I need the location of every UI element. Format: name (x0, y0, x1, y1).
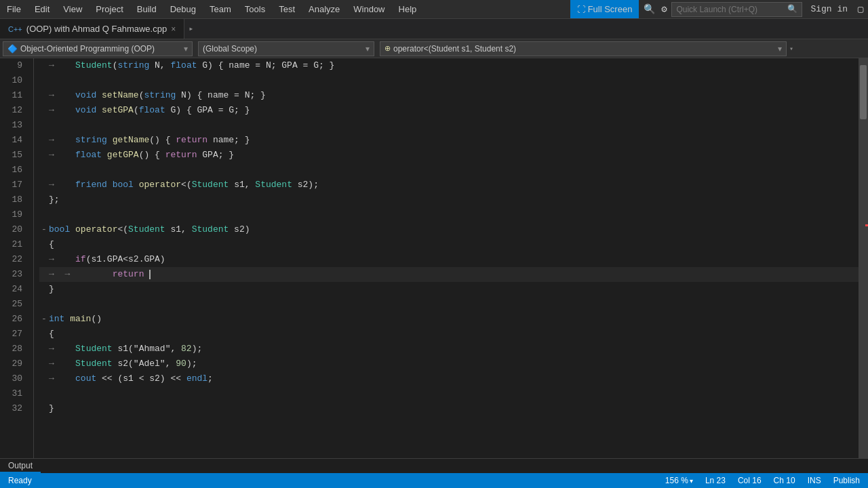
menu-analyze[interactable]: Analyze (302, 1, 347, 17)
line-number: 30 (0, 371, 28, 386)
indent-arrow: → (49, 58, 54, 73)
tab-scroll-button[interactable]: ▸ (184, 24, 197, 34)
col-status[interactable]: Col 16 (732, 473, 767, 488)
code-text: Student(string N, float G) { name = N; G… (54, 58, 335, 73)
code-text: Student s1("Ahmad", 82); (54, 342, 202, 357)
code-line[interactable]: → if(s1.GPA<s2.GPA) (39, 252, 859, 267)
bottom-panel: Output (0, 458, 868, 473)
code-line[interactable]: → void setName(string N) { name = N; } (39, 88, 859, 103)
menu-debug[interactable]: Debug (163, 1, 203, 17)
zoom-level[interactable]: 156 % ▾ (660, 473, 698, 488)
code-line[interactable]: } (39, 401, 859, 416)
code-line[interactable]: → → return (39, 267, 859, 282)
scrollbar-thumb[interactable] (860, 65, 867, 119)
code-line[interactable]: → string getName() { return name; } (39, 133, 859, 148)
line-numbers: 9101112131415161718192021222324252627282… (0, 58, 34, 458)
line-number: 16 (0, 163, 28, 178)
menu-build[interactable]: Build (130, 1, 163, 17)
line-number: 27 (0, 327, 28, 342)
code-content[interactable]: → Student(string N, float G) { name = N;… (34, 58, 859, 458)
scope-bar: 🔷 Object-Oriented Programming (OOP) ▾ (G… (0, 39, 868, 58)
ch-status[interactable]: Ch 10 (768, 473, 801, 488)
scope-select-1[interactable]: 🔷 Object-Oriented Programming (OOP) ▾ (3, 41, 193, 56)
scope-arrow-3: ▾ (778, 44, 782, 54)
collapse-icon[interactable]: - (39, 222, 49, 237)
line-number: 19 (0, 207, 28, 222)
menu-tools[interactable]: Tools (238, 1, 272, 17)
menu-project[interactable]: Project (89, 1, 130, 17)
scope-icon-3: ⊕ (384, 44, 391, 53)
publish-button[interactable]: Publish (828, 473, 865, 488)
code-text: { (49, 327, 54, 342)
line-number: 12 (0, 103, 28, 118)
code-line[interactable]: { (39, 237, 859, 252)
line-number: 11 (0, 88, 28, 103)
indent-arrow: → (49, 148, 54, 163)
code-line[interactable]: → Student s2("Adel", 90); (39, 357, 859, 371)
active-tab[interactable]: C++ (OOP) with Ahmad Q Fahmawe.cpp × (0, 19, 184, 39)
zoom-dropdown-icon: ▾ (690, 477, 693, 485)
code-line[interactable]: }; (39, 192, 859, 207)
file-icon: C++ (8, 25, 22, 33)
scope-label-3: operator<(Student s1, Student s2) (393, 44, 516, 54)
line-number: 17 (0, 178, 28, 192)
analyze-icon[interactable]: 🔍 (642, 2, 656, 17)
code-line[interactable]: -bool operator<(Student s1, Student s2) (39, 222, 859, 237)
code-text: float getGPA() { return GPA; } (54, 148, 234, 163)
indent-arrow: → (49, 178, 54, 192)
code-text: if(s1.GPA<s2.GPA) (54, 252, 165, 267)
sign-in-button[interactable]: Sign in (805, 0, 853, 18)
collapse-icon[interactable]: - (39, 312, 49, 327)
code-line[interactable]: → void setGPA(float G) { GPA = G; } (39, 103, 859, 118)
code-line[interactable]: → cout << (s1 < s2) << endl; (39, 371, 859, 386)
code-text: bool operator<(Student s1, Student s2) (49, 222, 250, 237)
code-text: string getName() { return name; } (54, 133, 250, 148)
code-line[interactable] (39, 118, 859, 133)
code-line[interactable] (39, 163, 859, 178)
quick-launch-input[interactable] (676, 5, 785, 14)
code-line[interactable] (39, 207, 859, 222)
menu-view[interactable]: View (56, 1, 89, 17)
line-number: 31 (0, 386, 28, 401)
menu-test[interactable]: Test (272, 1, 302, 17)
scope-bar-scroll[interactable]: ▾ (789, 43, 799, 54)
code-line[interactable]: -int main() (39, 312, 859, 327)
text-cursor (149, 270, 151, 279)
code-line[interactable]: → Student(string N, float G) { name = N;… (39, 58, 859, 73)
menu-file[interactable]: File (0, 1, 28, 17)
code-line[interactable]: → float getGPA() { return GPA; } (39, 148, 859, 163)
code-line[interactable] (39, 386, 859, 401)
scope-select-2[interactable]: (Global Scope) ▾ (198, 41, 374, 56)
code-text: { (49, 237, 54, 252)
code-inner: → Student(string N, float G) { name = N;… (34, 58, 859, 416)
scope-select-3[interactable]: ⊕ operator<(Student s1, Student s2) ▾ (380, 41, 787, 56)
ins-status[interactable]: INS (802, 473, 827, 488)
line-number: 29 (0, 357, 28, 371)
fullscreen-button[interactable]: ⛶ Full Screen (570, 0, 639, 18)
code-line[interactable] (39, 297, 859, 312)
settings-icon[interactable]: ⚙ (656, 2, 671, 17)
window-icon[interactable]: ▢ (853, 2, 868, 17)
line-number: 21 (0, 237, 28, 252)
quick-launch-box[interactable]: 🔍 (671, 2, 802, 17)
menu-window[interactable]: Window (347, 1, 391, 17)
code-line[interactable]: } (39, 282, 859, 297)
tab-close-button[interactable]: × (171, 24, 176, 34)
code-line[interactable] (39, 73, 859, 88)
scope-arrow-1: ▾ (184, 44, 188, 54)
vertical-scrollbar[interactable] (859, 58, 868, 458)
code-line[interactable]: → Student s1("Ahmad", 82); (39, 342, 859, 357)
indent-arrow2: → (54, 267, 70, 282)
output-tab[interactable]: Output (0, 459, 41, 473)
code-line[interactable]: → friend bool operator<(Student s1, Stud… (39, 178, 859, 192)
ln-status[interactable]: Ln 23 (700, 473, 731, 488)
menu-team[interactable]: Team (203, 1, 238, 17)
code-line[interactable]: { (39, 327, 859, 342)
menu-help[interactable]: Help (392, 1, 424, 17)
line-number: 22 (0, 252, 28, 267)
code-text: }; (49, 192, 60, 207)
menu-edit[interactable]: Edit (28, 1, 56, 17)
line-number: 26 (0, 312, 28, 327)
scope-label-2: (Global Scope) (203, 44, 257, 54)
zoom-value: 156 % (665, 476, 688, 485)
